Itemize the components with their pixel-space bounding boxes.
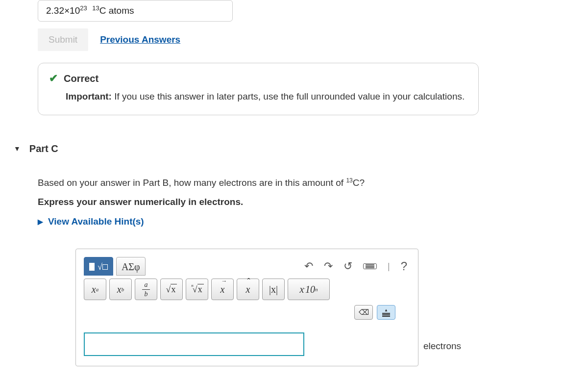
feedback-box: ✔ Correct Important: If you use this ans… — [38, 63, 479, 115]
unit-vector-button[interactable]: x — [237, 279, 259, 300]
keyboard-toggle-icon: ▲ — [382, 308, 390, 317]
question-isotope-symbol: C — [353, 178, 360, 188]
previous-answers-link[interactable]: Previous Answers — [100, 34, 180, 45]
separator: | — [388, 261, 390, 272]
submit-button[interactable]: Submit — [38, 28, 88, 51]
part-c-title: Part C — [29, 143, 58, 154]
important-text: If you use this answer in later parts, u… — [112, 91, 465, 102]
answer-exponent: 23 — [80, 4, 87, 12]
caret-down-icon: ▼ — [14, 145, 21, 153]
redo-icon[interactable]: ↷ — [324, 260, 333, 273]
greek-label: ΑΣφ — [122, 261, 140, 273]
scientific-notation-button[interactable]: x · 10n — [288, 279, 330, 300]
sqrt-button[interactable]: √x — [160, 279, 183, 300]
hints-label: View Available Hint(s) — [48, 216, 144, 227]
backspace-icon: ⌫ — [359, 308, 369, 317]
feedback-status: Correct — [64, 73, 98, 84]
check-icon: ✔ — [49, 72, 58, 85]
answer-coefficient: 2.32×10 — [46, 5, 80, 16]
template-rect-icon — [89, 263, 95, 271]
view-hints-toggle[interactable]: ▶ View Available Hint(s) — [38, 216, 588, 227]
question-text: Based on your answer in Part B, how many… — [38, 176, 588, 190]
isotope-mass: 13 — [92, 4, 99, 12]
answer-units: atoms — [106, 5, 134, 16]
tab-templates[interactable]: √ — [84, 257, 113, 276]
superscript-button[interactable]: xa — [84, 279, 106, 300]
question-pre: Based on your answer in Part B, how many… — [38, 178, 346, 188]
editor-button-row: xa xb a b √x n√x — [84, 279, 410, 300]
answer-units-label: electrons — [423, 341, 461, 352]
answer-input[interactable] — [84, 332, 304, 356]
caret-right-icon: ▶ — [38, 218, 43, 226]
undo-icon[interactable]: ↶ — [304, 260, 313, 273]
keyboard-icon[interactable] — [363, 263, 377, 269]
keyboard-toggle-button[interactable]: ▲ — [377, 305, 395, 320]
question-post: ? — [360, 178, 365, 188]
vector-button[interactable]: x — [211, 279, 234, 300]
question-isotope-mass: 13 — [346, 177, 352, 183]
nth-root-button[interactable]: n√x — [186, 279, 208, 300]
help-icon[interactable]: ? — [401, 259, 407, 273]
reset-icon[interactable]: ↺ — [343, 260, 352, 273]
part-c-header[interactable]: ▼ Part C — [0, 143, 588, 154]
important-label: Important: — [66, 91, 112, 102]
tab-greek[interactable]: ΑΣφ — [116, 257, 146, 276]
absolute-value-button[interactable]: |x| — [262, 279, 285, 300]
fraction-button[interactable]: a b — [135, 279, 157, 300]
template-sqrt-icon: √ — [98, 262, 108, 272]
answer-instruction: Express your answer numerically in elect… — [38, 197, 588, 207]
backspace-button[interactable]: ⌫ — [354, 305, 373, 320]
isotope-symbol: C — [99, 5, 106, 16]
feedback-text: Important: If you use this answer in lat… — [66, 90, 467, 104]
previous-answer-display: 2.32×1023 13C atoms — [38, 0, 233, 22]
equation-editor: √ ΑΣφ ↶ ↷ ↺ | ? xa — [75, 249, 418, 366]
editor-tab-row: √ ΑΣφ ↶ ↷ ↺ | ? — [84, 257, 410, 276]
subscript-button[interactable]: xb — [109, 279, 132, 300]
